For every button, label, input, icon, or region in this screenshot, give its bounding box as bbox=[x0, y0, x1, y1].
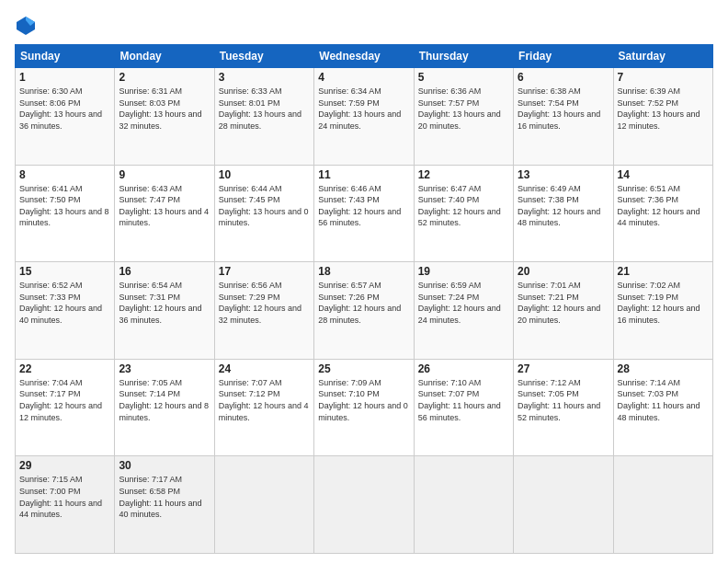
weekday-header-row: SundayMondayTuesdayWednesdayThursdayFrid… bbox=[16, 45, 713, 68]
day-number: 11 bbox=[318, 168, 409, 181]
day-number: 8 bbox=[19, 168, 110, 181]
day-info: Sunrise: 7:10 AMSunset: 7:07 PMDaylight:… bbox=[418, 377, 509, 423]
day-info: Sunrise: 6:30 AMSunset: 8:06 PMDaylight:… bbox=[19, 86, 110, 132]
day-info: Sunrise: 7:17 AMSunset: 6:58 PMDaylight:… bbox=[119, 474, 210, 520]
day-info: Sunrise: 6:31 AMSunset: 8:03 PMDaylight:… bbox=[119, 86, 210, 132]
day-number: 14 bbox=[618, 168, 709, 181]
weekday-header-tuesday: Tuesday bbox=[214, 45, 313, 68]
day-info: Sunrise: 7:15 AMSunset: 7:00 PMDaylight:… bbox=[19, 474, 110, 520]
calendar-cell: 1Sunrise: 6:30 AMSunset: 8:06 PMDaylight… bbox=[16, 68, 115, 166]
calendar-cell bbox=[514, 456, 613, 554]
day-number: 5 bbox=[418, 71, 509, 84]
calendar-cell: 9Sunrise: 6:43 AMSunset: 7:47 PMDaylight… bbox=[115, 165, 214, 262]
calendar-cell: 6Sunrise: 6:38 AMSunset: 7:54 PMDaylight… bbox=[514, 68, 613, 166]
day-info: Sunrise: 7:07 AMSunset: 7:12 PMDaylight:… bbox=[219, 377, 310, 423]
day-info: Sunrise: 6:52 AMSunset: 7:33 PMDaylight:… bbox=[19, 280, 110, 326]
week-row-5: 29Sunrise: 7:15 AMSunset: 7:00 PMDayligh… bbox=[16, 456, 713, 554]
week-row-2: 8Sunrise: 6:41 AMSunset: 7:50 PMDaylight… bbox=[16, 165, 713, 262]
calendar-cell: 16Sunrise: 6:54 AMSunset: 7:31 PMDayligh… bbox=[115, 262, 214, 360]
calendar-cell bbox=[214, 456, 313, 554]
day-info: Sunrise: 6:44 AMSunset: 7:45 PMDaylight:… bbox=[219, 183, 310, 229]
day-info: Sunrise: 6:43 AMSunset: 7:47 PMDaylight:… bbox=[119, 183, 210, 229]
calendar-cell: 11Sunrise: 6:46 AMSunset: 7:43 PMDayligh… bbox=[314, 165, 414, 262]
day-info: Sunrise: 6:46 AMSunset: 7:43 PMDaylight:… bbox=[318, 183, 409, 229]
day-info: Sunrise: 6:33 AMSunset: 8:01 PMDaylight:… bbox=[219, 86, 310, 132]
day-number: 16 bbox=[119, 265, 210, 278]
calendar: SundayMondayTuesdayWednesdayThursdayFrid… bbox=[15, 44, 713, 554]
day-number: 21 bbox=[618, 265, 709, 278]
day-number: 7 bbox=[618, 71, 709, 84]
day-info: Sunrise: 6:38 AMSunset: 7:54 PMDaylight:… bbox=[518, 86, 609, 132]
calendar-cell: 14Sunrise: 6:51 AMSunset: 7:36 PMDayligh… bbox=[613, 165, 712, 262]
calendar-cell: 12Sunrise: 6:47 AMSunset: 7:40 PMDayligh… bbox=[414, 165, 513, 262]
day-info: Sunrise: 7:01 AMSunset: 7:21 PMDaylight:… bbox=[518, 280, 609, 326]
day-info: Sunrise: 7:02 AMSunset: 7:19 PMDaylight:… bbox=[618, 280, 709, 326]
day-info: Sunrise: 7:14 AMSunset: 7:03 PMDaylight:… bbox=[618, 377, 709, 423]
day-number: 17 bbox=[219, 265, 310, 278]
calendar-cell: 5Sunrise: 6:36 AMSunset: 7:57 PMDaylight… bbox=[414, 68, 513, 166]
weekday-header-sunday: Sunday bbox=[16, 45, 115, 68]
calendar-cell: 7Sunrise: 6:39 AMSunset: 7:52 PMDaylight… bbox=[613, 68, 712, 166]
page: SundayMondayTuesdayWednesdayThursdayFrid… bbox=[0, 0, 728, 563]
calendar-cell: 29Sunrise: 7:15 AMSunset: 7:00 PMDayligh… bbox=[16, 456, 115, 554]
day-info: Sunrise: 6:34 AMSunset: 7:59 PMDaylight:… bbox=[318, 86, 409, 132]
logo bbox=[15, 15, 40, 37]
day-number: 26 bbox=[418, 362, 509, 375]
calendar-cell: 2Sunrise: 6:31 AMSunset: 8:03 PMDaylight… bbox=[115, 68, 214, 166]
weekday-header-friday: Friday bbox=[514, 45, 613, 68]
calendar-cell: 4Sunrise: 6:34 AMSunset: 7:59 PMDaylight… bbox=[314, 68, 414, 166]
day-info: Sunrise: 6:59 AMSunset: 7:24 PMDaylight:… bbox=[418, 280, 509, 326]
day-info: Sunrise: 7:05 AMSunset: 7:14 PMDaylight:… bbox=[119, 377, 210, 423]
calendar-body: 1Sunrise: 6:30 AMSunset: 8:06 PMDaylight… bbox=[16, 68, 713, 554]
day-info: Sunrise: 6:36 AMSunset: 7:57 PMDaylight:… bbox=[418, 86, 509, 132]
calendar-cell bbox=[414, 456, 513, 554]
day-info: Sunrise: 6:57 AMSunset: 7:26 PMDaylight:… bbox=[318, 280, 409, 326]
day-number: 25 bbox=[318, 362, 409, 375]
day-info: Sunrise: 6:56 AMSunset: 7:29 PMDaylight:… bbox=[219, 280, 310, 326]
day-number: 10 bbox=[219, 168, 310, 181]
header bbox=[15, 15, 713, 37]
day-number: 15 bbox=[19, 265, 110, 278]
day-info: Sunrise: 6:39 AMSunset: 7:52 PMDaylight:… bbox=[618, 86, 709, 132]
weekday-header-thursday: Thursday bbox=[414, 45, 513, 68]
day-number: 24 bbox=[219, 362, 310, 375]
calendar-cell: 10Sunrise: 6:44 AMSunset: 7:45 PMDayligh… bbox=[214, 165, 313, 262]
day-number: 28 bbox=[618, 362, 709, 375]
day-number: 22 bbox=[19, 362, 110, 375]
day-number: 23 bbox=[119, 362, 210, 375]
calendar-cell: 27Sunrise: 7:12 AMSunset: 7:05 PMDayligh… bbox=[514, 359, 613, 456]
calendar-cell: 25Sunrise: 7:09 AMSunset: 7:10 PMDayligh… bbox=[314, 359, 414, 456]
day-number: 30 bbox=[119, 459, 210, 472]
calendar-cell: 13Sunrise: 6:49 AMSunset: 7:38 PMDayligh… bbox=[514, 165, 613, 262]
calendar-cell: 3Sunrise: 6:33 AMSunset: 8:01 PMDaylight… bbox=[214, 68, 313, 166]
weekday-header-saturday: Saturday bbox=[613, 45, 712, 68]
calendar-cell: 21Sunrise: 7:02 AMSunset: 7:19 PMDayligh… bbox=[613, 262, 712, 360]
day-number: 13 bbox=[518, 168, 609, 181]
week-row-4: 22Sunrise: 7:04 AMSunset: 7:17 PMDayligh… bbox=[16, 359, 713, 456]
day-info: Sunrise: 7:09 AMSunset: 7:10 PMDaylight:… bbox=[318, 377, 409, 423]
calendar-cell: 28Sunrise: 7:14 AMSunset: 7:03 PMDayligh… bbox=[613, 359, 712, 456]
day-info: Sunrise: 6:41 AMSunset: 7:50 PMDaylight:… bbox=[19, 183, 110, 229]
day-info: Sunrise: 7:12 AMSunset: 7:05 PMDaylight:… bbox=[518, 377, 609, 423]
day-number: 19 bbox=[418, 265, 509, 278]
day-number: 9 bbox=[119, 168, 210, 181]
day-info: Sunrise: 6:47 AMSunset: 7:40 PMDaylight:… bbox=[418, 183, 509, 229]
day-info: Sunrise: 6:51 AMSunset: 7:36 PMDaylight:… bbox=[618, 183, 709, 229]
day-info: Sunrise: 7:04 AMSunset: 7:17 PMDaylight:… bbox=[19, 377, 110, 423]
day-number: 6 bbox=[518, 71, 609, 84]
day-number: 12 bbox=[418, 168, 509, 181]
logo-icon bbox=[15, 15, 37, 37]
day-number: 1 bbox=[19, 71, 110, 84]
day-number: 4 bbox=[318, 71, 409, 84]
day-number: 2 bbox=[119, 71, 210, 84]
day-number: 3 bbox=[219, 71, 310, 84]
week-row-1: 1Sunrise: 6:30 AMSunset: 8:06 PMDaylight… bbox=[16, 68, 713, 166]
weekday-header-wednesday: Wednesday bbox=[314, 45, 414, 68]
calendar-cell: 26Sunrise: 7:10 AMSunset: 7:07 PMDayligh… bbox=[414, 359, 513, 456]
day-info: Sunrise: 6:49 AMSunset: 7:38 PMDaylight:… bbox=[518, 183, 609, 229]
calendar-cell: 18Sunrise: 6:57 AMSunset: 7:26 PMDayligh… bbox=[314, 262, 414, 360]
calendar-cell: 30Sunrise: 7:17 AMSunset: 6:58 PMDayligh… bbox=[115, 456, 214, 554]
day-number: 20 bbox=[518, 265, 609, 278]
day-number: 18 bbox=[318, 265, 409, 278]
day-number: 27 bbox=[518, 362, 609, 375]
